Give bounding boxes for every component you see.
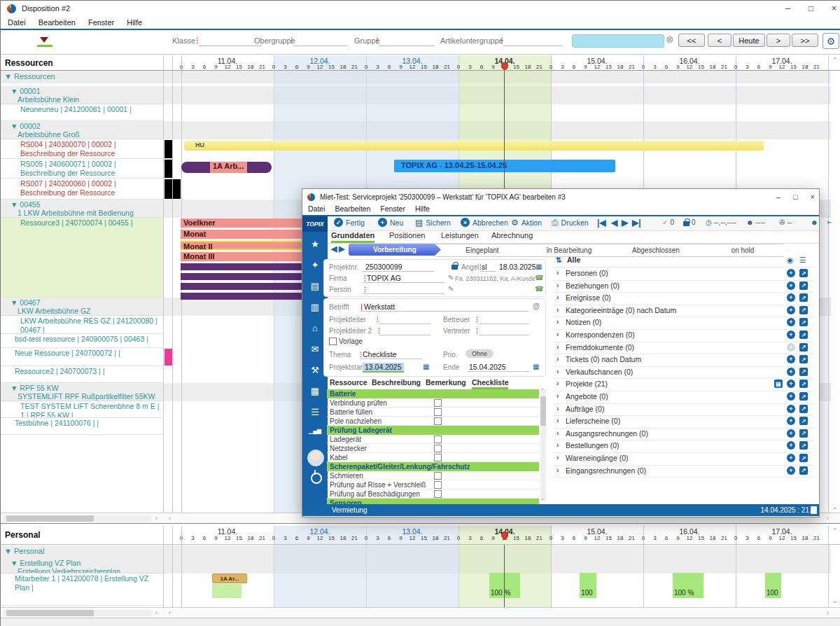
pencil-icon[interactable]: ✎ xyxy=(448,274,454,281)
calendar-icon[interactable]: ▦ xyxy=(423,363,429,370)
menu-item-hilfe[interactable]: Hilfe xyxy=(127,18,142,27)
list-icon[interactable]: ☰ xyxy=(799,256,806,264)
personal-group-row[interactable]: ▼ Erstellung VZ PlanErstellung Verkehrsz… xyxy=(1,558,163,573)
status-indicator-bar[interactable] xyxy=(164,160,172,178)
resources-resource-row[interactable]: LKW Arbeitsbühne RES GZ | 241200080 | 00… xyxy=(1,316,163,334)
resources-resource-row[interactable]: Testbühne | 241100076 | | xyxy=(1,418,163,435)
calendar-icon[interactable]: ▦ xyxy=(533,363,539,370)
workflow-stage-on-hold[interactable]: on hold xyxy=(696,244,790,257)
maximize-button[interactable]: □ xyxy=(808,4,813,13)
table-icon[interactable]: ▤ xyxy=(774,380,783,388)
vertreter-input[interactable] xyxy=(479,326,529,335)
resources-root-row[interactable]: ▼ Ressourcen xyxy=(1,71,163,83)
panel-row-ausgangsrechnungen[interactable]: ›Ausgangsrechnungen (0)+↗ xyxy=(553,428,813,441)
open-record-icon[interactable]: ↗ xyxy=(799,269,808,277)
resources-resource-row[interactable]: RS007 | 240200060 | 00002 | Beschreibung… xyxy=(1,179,163,200)
subtab-bemerkung[interactable]: Bemerkung xyxy=(426,378,466,387)
nav-prev-button[interactable]: < xyxy=(708,34,732,47)
statusbar-grip[interactable] xyxy=(811,506,817,514)
checklist-checkbox[interactable] xyxy=(434,445,442,452)
gantt-bar-100-%[interactable]: 100 % xyxy=(673,573,704,598)
checklist-checkbox[interactable] xyxy=(434,454,442,461)
add-record-icon[interactable]: + xyxy=(787,281,795,290)
panel-row-ereignisse[interactable]: ›Ereignisse (0)+↗ xyxy=(553,292,813,305)
personal-resource-row[interactable]: Mitarbeiter 1 | 241200078 | Erstellung V… xyxy=(1,573,163,606)
betreuer-input[interactable] xyxy=(479,314,529,324)
add-record-icon[interactable]: + xyxy=(787,355,795,363)
dialog-menu-item-datei[interactable]: Datei xyxy=(308,204,326,214)
projektleiter-input[interactable] xyxy=(379,314,430,324)
eye-icon[interactable]: ◉ xyxy=(787,256,793,264)
personal-hscrollbar[interactable]: › ‹ › xyxy=(1,607,840,618)
panel-row-tickets[interactable]: ›Tickets (0) nach Datum+↗ xyxy=(553,354,813,367)
checklist-checkbox[interactable] xyxy=(434,436,442,443)
menu-icon[interactable]: ☰ xyxy=(302,407,328,417)
tab-leistungen[interactable]: Leistungen xyxy=(441,231,479,239)
gantt-bar-topix-ag---13.04.25-15.04.25[interactable]: TOPIX AG - 13.04.25-15.04.25 xyxy=(394,160,615,172)
add-record-icon[interactable]: + xyxy=(787,392,795,401)
resources-resource-row[interactable]: RS005 | 240600071 | 00002 | Beschreibung… xyxy=(1,159,163,179)
open-record-icon[interactable]: ↗ xyxy=(799,466,808,475)
panel-row-beziehungen[interactable]: ›Beziehungen (0)+↗ xyxy=(553,280,813,293)
chart-icon[interactable]: ▁▄▆ xyxy=(302,428,328,434)
panel-row-notizen[interactable]: ›Notizen (0)+↗ xyxy=(553,317,813,330)
record-nav-button[interactable]: ◀ xyxy=(611,218,617,228)
dialog-menu-item-bearbeiten[interactable]: Bearbeiten xyxy=(335,204,371,214)
projektstart-value[interactable]: 13.04.2025 xyxy=(363,363,404,373)
menu-item-fenster[interactable]: Fenster xyxy=(88,18,114,27)
person-status[interactable]: ☻---- xyxy=(746,218,765,226)
minimize-button[interactable]: – xyxy=(785,4,790,13)
record-nav-button[interactable]: ▶| xyxy=(632,218,641,228)
paperclip-status[interactable]: ✇-- xyxy=(779,218,792,226)
drucken-button[interactable]: ⎙Drucken xyxy=(552,218,589,228)
vscroll-up-icon[interactable]: ⌃ xyxy=(832,57,838,64)
resources-resource-row[interactable]: Neue Ressource | 240700072 | | xyxy=(1,348,163,366)
close-button[interactable]: × xyxy=(832,4,836,13)
add-record-icon[interactable]: + xyxy=(787,343,795,352)
scroll-right-icon[interactable]: › xyxy=(827,609,829,616)
abbrechen-button[interactable]: ×Abbrechen xyxy=(461,218,508,227)
tab-grunddaten[interactable]: Grunddaten xyxy=(331,231,374,239)
add-record-icon[interactable]: + xyxy=(787,454,795,462)
scroll-left-icon[interactable]: ‹ xyxy=(169,609,171,616)
scroll-right-icon[interactable]: › xyxy=(827,515,829,522)
subtab-checkliste[interactable]: Checkliste xyxy=(472,378,509,387)
personal-root-row[interactable]: ▼ Personal xyxy=(1,545,163,558)
workflow-stage-vorbereitung[interactable]: Vorbereitung xyxy=(349,244,441,256)
dialog-close-button[interactable]: × xyxy=(811,193,815,201)
mascot-status[interactable]: ➣ xyxy=(826,218,832,226)
open-record-icon[interactable]: ↗ xyxy=(799,441,808,450)
panel-row-eingangsrechnungen[interactable]: ›Eingangsrechnungen (0)+↗ xyxy=(553,465,813,478)
scroll-down-icon[interactable]: ⌄ xyxy=(540,496,545,501)
checklist-scroll-thumb[interactable] xyxy=(540,396,546,426)
open-record-icon[interactable]: ↗ xyxy=(799,281,808,290)
obergruppe-filter-input[interactable] xyxy=(293,36,348,46)
panel-row-personen[interactable]: ›Personen (0)+↗ xyxy=(553,267,813,281)
workflow-stage-in-bearbeitung[interactable]: in Bearbeitung xyxy=(522,244,616,257)
pencil-icon[interactable]: ✎ xyxy=(448,285,454,293)
status-indicator-bar[interactable] xyxy=(164,140,172,158)
panel-row-bestellungen[interactable]: ›Bestellungen (0)+↗ xyxy=(553,440,813,453)
add-record-icon[interactable]: + xyxy=(787,306,795,314)
resources-resource-row[interactable]: RS004 | 240300070 | 00002 | Beschreibung… xyxy=(1,139,163,159)
add-record-icon[interactable]: + xyxy=(787,417,795,425)
panel-row-fremddokumente[interactable]: ›Fremddokumente (0)+↗ xyxy=(553,342,813,355)
vscroll-down-icon[interactable]: ⌄ xyxy=(832,503,838,510)
resources-resource-row[interactable]: TEST SYSTEM LIFT Scherenbhne 8 m E | 1 |… xyxy=(1,401,163,418)
nav-next-button[interactable]: > xyxy=(766,34,790,47)
panel-row-korrespondenzen[interactable]: ›Korrespondenzen (0)+↗ xyxy=(553,329,813,342)
add-record-icon[interactable]: + xyxy=(787,466,795,475)
person-input[interactable] xyxy=(363,284,444,294)
person-status[interactable]: ☻ xyxy=(811,218,818,226)
panel-row-wareneingänge[interactable]: ›Wareneingänge (0)+↗ xyxy=(553,452,813,466)
gantt-bar-1a-ar...[interactable]: 1A Ar... xyxy=(212,573,247,583)
vorlage-checkbox[interactable] xyxy=(329,338,337,345)
workflow-prev-icon[interactable]: ◀ xyxy=(331,244,337,253)
at-icon[interactable]: @ xyxy=(533,302,540,310)
scroll-up-icon[interactable]: ⌃ xyxy=(540,388,545,394)
add-record-icon[interactable]: + xyxy=(787,331,795,339)
resources-group-row[interactable]: ▼ 004551 LKW Arbeitsbühne mit Bedienung xyxy=(1,200,163,218)
resources-group-row[interactable]: ▼ 00002Arbeitsbühne Groß xyxy=(1,121,163,139)
open-record-icon[interactable]: ↗ xyxy=(799,318,808,326)
open-record-icon[interactable]: ↗ xyxy=(799,405,808,413)
